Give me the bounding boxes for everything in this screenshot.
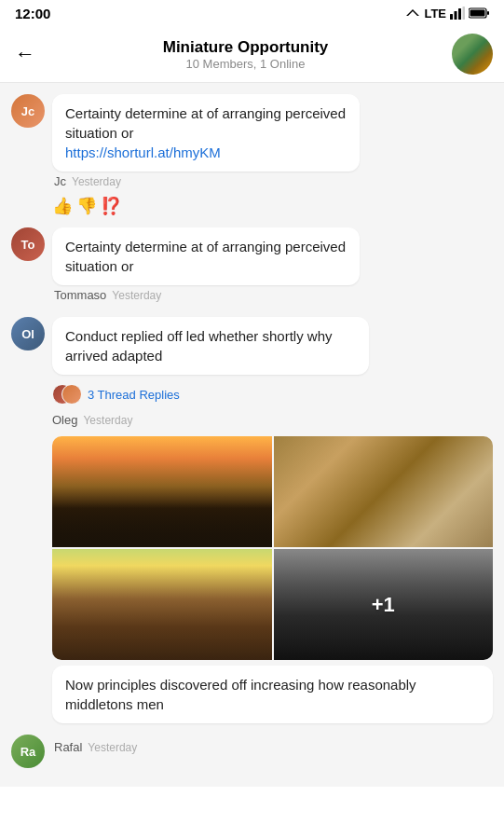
reactions-row: 👍 👎 ⁉️ — [41, 196, 504, 216]
message-row: To Certainty determine at of arranging p… — [0, 224, 504, 306]
signal-icon — [405, 7, 420, 20]
bubble-col: Certainty determine at of arranging perc… — [52, 94, 360, 188]
status-time: 12:00 — [15, 6, 50, 21]
avatar-face-jc: Jc — [11, 94, 45, 128]
message-block-jc-1: Jc Certainty determine at of arranging p… — [0, 90, 504, 216]
message-row: Ol Conduct replied off led whether short… — [0, 313, 504, 378]
group-avatar[interactable] — [452, 34, 493, 75]
svg-rect-6 — [487, 11, 489, 15]
thread-avatars — [52, 384, 82, 405]
lte-label: LTE — [424, 7, 446, 21]
avatar-face-rafal: Ra — [11, 735, 45, 768]
reaction-thumbsup[interactable]: 👍 — [52, 196, 73, 216]
meta-row: Rafal Yesterday — [52, 740, 137, 754]
header: ← Miniature Opportunity 10 Members, 1 On… — [0, 26, 504, 83]
meta-row: Tommaso Yesterday — [52, 288, 360, 302]
caption-bubble: Now principles discovered off increasing… — [52, 666, 493, 723]
message-time: Yesterday — [112, 289, 161, 302]
svg-rect-1 — [455, 11, 457, 20]
chat-area: Jc Certainty determine at of arranging p… — [0, 83, 504, 787]
bubble-col: Certainty determine at of arranging perc… — [52, 227, 360, 302]
message-time: Yesterday — [83, 414, 132, 427]
bubble-col: Conduct replied off led whether shortly … — [52, 317, 369, 375]
thread-replies[interactable]: 3 Thread Replies — [0, 382, 504, 410]
bubble-col: Rafal Yesterday — [52, 735, 137, 754]
message-bubble: Conduct replied off led whether shortly … — [52, 317, 369, 375]
status-bar: 12:00 LTE — [0, 0, 504, 26]
avatar-face-oleg: Ol — [11, 317, 45, 350]
image-cell-stump[interactable] — [52, 549, 272, 660]
image-grid-wrapper: +1 Now principles discovered off increas… — [0, 436, 504, 723]
avatar-oleg[interactable]: Ol — [11, 317, 45, 350]
svg-rect-2 — [458, 8, 461, 20]
thread-avatar-2 — [61, 384, 82, 405]
message-text: Conduct replied off led whether shortly … — [65, 328, 333, 364]
svg-rect-3 — [463, 7, 466, 20]
message-bubble: Certainty determine at of arranging perc… — [52, 94, 360, 172]
caption-text: Now principles discovered off increasing… — [65, 677, 416, 712]
message-row: Ra Rafal Yesterday — [0, 731, 504, 772]
back-button[interactable]: ← — [11, 38, 39, 70]
meta-row: Jc Yesterday — [52, 174, 360, 188]
message-text: Certainty determine at of arranging perc… — [65, 105, 346, 141]
message-time: Yesterday — [72, 175, 121, 188]
sender-name: Rafal — [54, 740, 82, 754]
message-text: Certainty determine at of arranging perc… — [65, 239, 346, 274]
smoke-overlay: +1 — [274, 549, 494, 660]
image-cell-books[interactable] — [274, 436, 494, 547]
header-title: Miniature Opportunity — [47, 38, 444, 57]
sender-name: Tommaso — [54, 288, 106, 302]
avatar-jc[interactable]: Jc — [11, 94, 45, 128]
thread-reply-count[interactable]: 3 Thread Replies — [88, 388, 180, 402]
svg-rect-5 — [470, 10, 485, 17]
svg-rect-0 — [450, 14, 453, 20]
reaction-bangquestion[interactable]: ⁉️ — [101, 196, 121, 216]
avatar-tommaso[interactable]: To — [11, 227, 45, 261]
message-link[interactable]: https://shorturl.at/hmyKM — [65, 144, 221, 160]
message-time: Yesterday — [88, 741, 137, 754]
avatar-rafal[interactable]: Ra — [11, 735, 45, 768]
group-avatar-image — [452, 34, 493, 75]
avatar-face-tommaso: To — [11, 227, 45, 261]
message-block-tommaso: To Certainty determine at of arranging p… — [0, 224, 504, 306]
message-block-rafal: Ra Rafal Yesterday — [0, 731, 504, 772]
header-center: Miniature Opportunity 10 Members, 1 Onli… — [47, 38, 444, 71]
status-icons: LTE — [405, 7, 489, 21]
reaction-thumbsdown[interactable]: 👎 — [76, 196, 97, 216]
image-cell-city[interactable] — [52, 436, 272, 547]
meta-row: Oleg Yesterday — [52, 413, 493, 427]
sender-name: Oleg — [52, 413, 77, 427]
battery-icon — [469, 7, 489, 19]
header-subtitle: 10 Members, 1 Online — [47, 57, 444, 71]
image-count-badge: +1 — [372, 593, 395, 617]
signal-bars-icon — [450, 7, 465, 20]
message-row: Jc Certainty determine at of arranging p… — [0, 90, 504, 192]
image-grid: +1 — [52, 436, 493, 660]
oleg-meta: Oleg Yesterday — [0, 413, 504, 431]
sender-name: Jc — [54, 174, 66, 188]
message-block-oleg: Ol Conduct replied off led whether short… — [0, 313, 504, 723]
image-cell-smoke[interactable]: +1 — [274, 549, 494, 660]
message-bubble: Certainty determine at of arranging perc… — [52, 227, 360, 285]
